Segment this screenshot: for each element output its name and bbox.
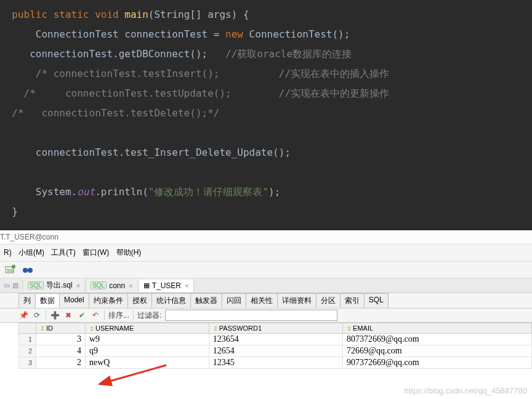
method-name: main [124, 9, 148, 20]
sort-icon: ⇕ [40, 325, 45, 332]
tab-menu-icon[interactable]: ▥ [12, 281, 18, 289]
rownum-cell: 1 [19, 334, 36, 345]
cell-id[interactable]: 3 [36, 334, 86, 345]
tab-tuser[interactable]: ▦ T_USER × [139, 280, 195, 292]
sort-icon: ⇕ [213, 325, 218, 332]
sort-icon: ⇕ [347, 325, 352, 332]
comment-update: /* connectionTest.testUpdate(); //实现在表中的… [24, 87, 389, 99]
subtab-triggers[interactable]: 触发器 [190, 293, 222, 308]
close-icon[interactable]: × [76, 282, 80, 289]
cell-username[interactable]: q9 [85, 345, 209, 357]
subtab-indexes[interactable]: 索引 [340, 293, 365, 308]
subtab-flashback[interactable]: 闪回 [222, 293, 246, 308]
sort-button[interactable]: 排序... [108, 310, 129, 321]
keyword-public: public [12, 9, 47, 20]
table-row[interactable]: 1 3 w9 123654 807372669@qq.com [19, 334, 532, 345]
comment-insert: /* connectionTest.testInsert(); //实现在表中的… [36, 68, 389, 79]
grid-toolbar: 📌 ⟳ ➕ ✖ ✔ ↶ 排序... 过滤器: [0, 308, 532, 323]
sql-file-icon: SQL [28, 281, 44, 289]
pin-icon[interactable]: 📌 [18, 310, 28, 320]
commit-icon[interactable]: ✔ [77, 310, 87, 320]
code-editor: public static void main(String[] args) {… [0, 0, 532, 230]
header-row: ⇕ID ⇕USERNAME ⇕PASSWORD1 ⇕EMAIL [19, 323, 532, 334]
db-window-title: T.T_USER@conn [0, 230, 532, 244]
keyword-static: static [54, 9, 89, 20]
cell-email[interactable]: 907372669@qq.com [343, 357, 532, 369]
subtab-deps[interactable]: 相关性 [246, 293, 278, 308]
field-out: out [77, 186, 95, 198]
sql-worksheet-icon[interactable]: SQL [5, 264, 16, 275]
menu-run[interactable]: R) [4, 248, 12, 257]
subtab-data[interactable]: 数据 [35, 293, 60, 308]
binoculars-icon[interactable] [22, 264, 33, 275]
col-id[interactable]: ⇕ID [36, 323, 86, 334]
cell-username[interactable]: newQ [85, 357, 209, 369]
table-icon: ▦ [143, 281, 150, 289]
tab-label-tuser: T_USER [152, 281, 181, 290]
filter-input[interactable] [165, 310, 337, 321]
table-row[interactable]: 3 2 newQ 12345 907372669@qq.com [19, 357, 532, 369]
subtab-model[interactable]: Model [59, 293, 89, 308]
cell-password[interactable]: 12345 [209, 357, 342, 369]
rownum-header [19, 323, 36, 334]
cell-username[interactable]: w9 [85, 334, 209, 345]
subtab-partitions[interactable]: 分区 [316, 293, 341, 308]
subtab-constraints[interactable]: 约束条件 [89, 293, 128, 308]
col-username[interactable]: ⇕USERNAME [85, 323, 209, 334]
menu-group[interactable]: 小组(M) [18, 248, 44, 257]
svg-rect-5 [26, 269, 29, 271]
close-icon[interactable]: × [129, 282, 132, 289]
table-sub-tabs: 列 数据 Model 约束条件 授权 统计信息 触发器 闪回 相关性 详细资料 … [0, 293, 532, 308]
call-test-idu: connectionTest.test_Insert_Delete_Update… [36, 147, 291, 158]
string-literal: "修改成功！请仔细观察表" [148, 186, 268, 198]
rollback-icon[interactable]: ↶ [91, 310, 100, 320]
insert-row-icon[interactable]: ➕ [50, 310, 60, 320]
cell-id[interactable]: 2 [36, 357, 86, 369]
type-connectiontest: ConnectionTest [36, 28, 119, 40]
menu-help[interactable]: 帮助(H) [116, 248, 142, 257]
subtab-stats[interactable]: 统计信息 [151, 293, 191, 308]
tab-label-export: 导出.sql [46, 280, 73, 291]
method-params: (String[] args) { [148, 9, 249, 20]
tab-conn[interactable]: SQL conn × [86, 280, 138, 292]
col-email[interactable]: ⇕EMAIL [343, 323, 532, 334]
subtab-sql[interactable]: SQL [364, 293, 389, 308]
filter-label: 过滤器: [137, 310, 161, 321]
close-brace: } [12, 206, 18, 217]
menu-bar: R) 小组(M) 工具(T) 窗口(W) 帮助(H) [0, 244, 532, 262]
table-row[interactable]: 2 4 q9 12654 72669@qq.com [19, 345, 532, 357]
watermark: https://blog.csdn.net/qq_45687780 [405, 386, 528, 395]
close-icon[interactable]: × [185, 282, 188, 289]
subtab-columns[interactable]: 列 [18, 293, 36, 308]
call-getdbconnect: connectionTest.getDBConnect(); [30, 48, 208, 60]
sql-conn-icon: SQL [91, 281, 107, 289]
rownum-cell: 2 [19, 345, 36, 357]
cell-email[interactable]: 807372669@qq.com [343, 334, 532, 345]
menu-window[interactable]: 窗口(W) [83, 248, 109, 257]
subtab-grants[interactable]: 授权 [127, 293, 152, 308]
svg-text:SQL: SQL [7, 268, 15, 272]
cell-email[interactable]: 72669@qq.com [343, 345, 532, 357]
keyword-void: void [95, 9, 119, 20]
comment-delete: /* connectionTest.testDelete();*/ [12, 107, 219, 119]
rownum-cell: 3 [19, 357, 36, 369]
svg-point-2 [12, 265, 15, 268]
keyword-new: new [225, 28, 243, 40]
tab-export-sql[interactable]: SQL 导出.sql × [23, 278, 86, 292]
toolbar: SQL [0, 262, 532, 278]
tab-label-conn: conn [109, 281, 125, 290]
subtab-details[interactable]: 详细资料 [277, 293, 316, 308]
comment-getdb: //获取oracle数据库的连接 [225, 48, 352, 60]
menu-tools[interactable]: 工具(T) [51, 248, 75, 257]
col-password[interactable]: ⇕PASSWORD1 [209, 323, 342, 334]
var-connectiontest: connectionTest [124, 28, 208, 40]
delete-row-icon[interactable]: ✖ [63, 310, 73, 320]
collapse-icon[interactable]: ▭ [4, 281, 10, 289]
cell-password[interactable]: 123654 [209, 334, 342, 345]
refresh-icon[interactable]: ⟳ [32, 310, 42, 320]
cell-password[interactable]: 12654 [209, 345, 342, 357]
cell-id[interactable]: 4 [36, 345, 86, 357]
data-grid[interactable]: ⇕ID ⇕USERNAME ⇕PASSWORD1 ⇕EMAIL 1 3 w9 1… [18, 323, 532, 369]
editor-tabs: ▭ ▥ SQL 导出.sql × SQL conn × ▦ T_USER × [0, 278, 532, 293]
sort-icon: ⇕ [89, 325, 94, 332]
